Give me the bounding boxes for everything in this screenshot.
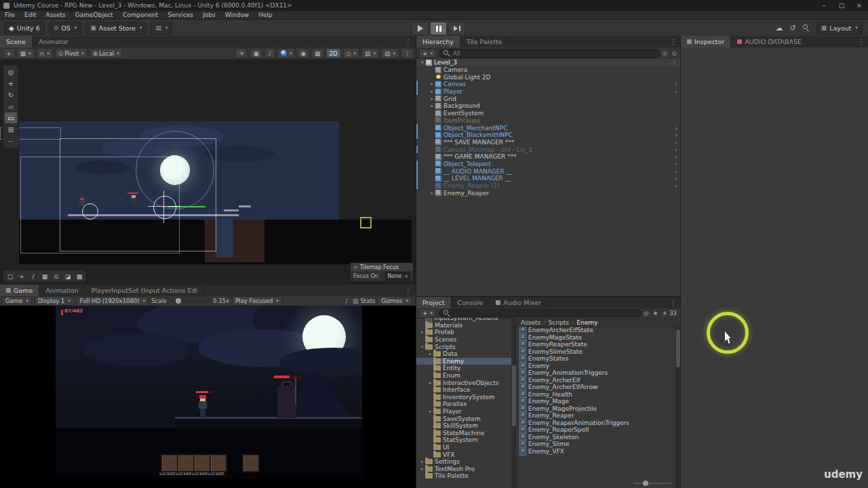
rect-tool[interactable]: ▭ <box>5 113 17 123</box>
game-viewport[interactable]: 87/402 LOCKED.LOCKED.LOCKED.LOCKED. <box>0 306 416 488</box>
expander-icon[interactable]: ▸ <box>429 103 435 108</box>
file-item-enemy-vfx[interactable]: #Enemy_VFX <box>517 448 675 455</box>
gizmo-style-dropdown[interactable]: ◇▾ <box>343 48 359 58</box>
menu-window[interactable]: Window <box>220 11 254 19</box>
account-dropdown[interactable]: ⊘ OS ▾ <box>49 22 82 35</box>
hidden-packages-icon[interactable]: ∗ <box>660 310 670 317</box>
hierarchy-item-save-manager[interactable]: *** SAVE MANAGER ***› <box>416 139 681 146</box>
hierarchy-item-object-blacksmithnpc[interactable]: Object_BlacksmithNPC› <box>416 131 681 139</box>
project-tab-audio-mixer[interactable]: Audio Mixer <box>490 297 548 308</box>
lighting-toggle-icon[interactable]: ☀ <box>235 48 248 58</box>
folder-item-inputsystem-actions[interactable]: #InputSystem_Actions <box>416 318 511 322</box>
file-item-enemyslimestate[interactable]: #EnemySlimeState <box>517 348 675 356</box>
orientation-dropdown[interactable]: ⊕Local▾ <box>90 48 123 58</box>
pause-button[interactable] <box>430 22 447 35</box>
hierarchy-item-audio-manager[interactable]: __ AUDIO MANAGER __› <box>416 167 681 175</box>
hierarchy-item-canvas[interactable]: ▸Canvas› <box>416 81 681 88</box>
expander-icon[interactable]: ▸ <box>419 329 425 335</box>
mode-2d-toggle[interactable]: 2D <box>326 48 341 58</box>
hierarchy-item-enemy-reaper-1[interactable]: Enemy_Reaper (1)› <box>416 182 681 190</box>
file-item-enemy-reaper[interactable]: #Enemy_Reaper <box>517 412 675 420</box>
vsync-icon[interactable]: ▥ <box>351 298 361 304</box>
hierarchy-item-game-manager[interactable]: *** GAME MANAGER ***› <box>416 153 681 161</box>
tile-fill-tool[interactable]: ▩ <box>74 272 85 281</box>
tools-dropdown[interactable]: ▤ ▾ <box>151 22 172 35</box>
folder-item-enum[interactable]: Enum <box>416 372 511 380</box>
file-item-enemy-animationtriggers[interactable]: #Enemy_AnimationTriggers <box>517 369 675 377</box>
menu-gameobject[interactable]: GameObject <box>71 11 118 19</box>
grid-visibility-icon[interactable]: ▦ <box>311 48 324 58</box>
folder-item-prefab[interactable]: ▸Prefab <box>416 329 511 336</box>
hierarchy-item-background[interactable]: ▸Background <box>416 102 681 110</box>
tile-brush-tool[interactable]: ∕ <box>28 272 39 281</box>
file-item-enemyreaperstate[interactable]: #EnemyReaperState <box>517 341 675 348</box>
breadcrumb-item-enemy[interactable]: Enemy <box>577 319 598 326</box>
expander-icon[interactable]: ▸ <box>429 81 435 87</box>
grid-snapping-dropdown[interactable]: ▦▾ <box>17 48 35 58</box>
folder-item-settings[interactable]: ▸Settings <box>416 458 511 466</box>
game-tab-animation[interactable]: Animation <box>39 285 85 296</box>
hierarchy-item-player[interactable]: ▸Player› <box>416 88 681 96</box>
folder-item-savesystem[interactable]: SaveSystem <box>416 415 511 422</box>
unity-version-button[interactable]: ◈ Unity 6 <box>4 22 45 35</box>
folder-item-data[interactable]: ▸Data <box>416 350 511 358</box>
asset-zoom-slider[interactable] <box>633 481 671 486</box>
folder-tree-scrollbar[interactable] <box>511 318 517 488</box>
file-item-enemy-mage[interactable]: #Enemy_Mage <box>517 398 675 405</box>
hierarchy-item-grid[interactable]: ▸Grid <box>416 95 681 102</box>
hierarchy-item-global-light-2d[interactable]: Global Light 2D <box>416 73 681 81</box>
search-by-type-icon[interactable]: ◎ <box>642 310 651 317</box>
snap-toggle-dropdown[interactable]: ∩▾ <box>37 48 53 58</box>
folder-item-tile-palette[interactable]: Tile Palette <box>416 472 511 480</box>
hierarchy-item-itempickups[interactable]: ItemPickups <box>416 117 681 125</box>
file-item-enemy-reaperspell[interactable]: #Enemy_ReaperSpell <box>517 426 675 434</box>
expander-icon[interactable]: ▸ <box>429 96 435 102</box>
menu-edit[interactable]: Edit <box>20 11 41 19</box>
game-tab-playerinputset-input-actions-edi[interactable]: PlayerInputSet (Input Actions Edi <box>85 285 205 296</box>
favorites-icon[interactable]: ★ <box>651 310 660 317</box>
stats-button[interactable]: Stats <box>360 298 375 304</box>
move-gizmo-circle[interactable] <box>153 196 176 219</box>
inventory-slot[interactable] <box>177 454 195 472</box>
folder-item-scenes[interactable]: Scenes <box>416 336 511 344</box>
folder-item-entity[interactable]: Entity <box>416 365 511 372</box>
hierarchy-search-field[interactable]: All <box>439 49 660 58</box>
minimize-button[interactable]: – <box>815 0 833 11</box>
folder-item-skillsystem[interactable]: SkillSystem <box>416 422 511 430</box>
focus-on-dropdown[interactable]: None▾ <box>385 272 410 281</box>
add-gameobject-button[interactable]: +▾ <box>419 49 436 58</box>
tile-box-tool[interactable]: ▦ <box>39 272 50 281</box>
tile-select-tool[interactable]: ▢ <box>5 272 16 281</box>
tile-eraser-tool[interactable]: ◪ <box>62 272 73 281</box>
folder-item-ui[interactable]: UI <box>416 444 511 451</box>
panel-menu-icon[interactable]: ⋮ <box>401 285 416 296</box>
scene-picking-icon[interactable]: ⊙ <box>669 50 679 57</box>
folder-item-enemy[interactable]: Enemy <box>416 358 511 365</box>
scene-visibility-icon[interactable]: ◉ <box>297 48 309 58</box>
custom-tool[interactable]: ⋯ <box>5 136 17 146</box>
folder-item-scripts[interactable]: ▾Scripts <box>416 343 511 350</box>
hierarchy-item-object-teleport[interactable]: Object_Teleport› <box>416 161 681 168</box>
layout-dropdown[interactable]: ▦ Layout ▾ <box>816 22 863 35</box>
menu-file[interactable]: File <box>0 11 20 19</box>
transform-tool[interactable]: ⊞ <box>5 124 17 135</box>
inventory-slot[interactable] <box>193 454 211 472</box>
file-item-enemy-health[interactable]: #Enemy_Health <box>517 391 675 399</box>
effects-orb-icon[interactable]: ▾ <box>277 48 296 58</box>
selection-circle-gizmo[interactable] <box>82 203 98 220</box>
search-icon[interactable] <box>803 24 810 31</box>
file-item-enemy-archerelfarrow[interactable]: #Enemy_ArcherElfArrow <box>517 384 675 391</box>
gizmos-dropdown[interactable]: Gizmos▾ <box>378 296 412 306</box>
scene-visibility-icon[interactable]: ◎ <box>660 50 670 57</box>
asset-store-dropdown[interactable]: ▣ Asset Store ▾ <box>85 22 146 35</box>
file-item-enemyarcherelfstate[interactable]: #EnemyArcherElfState <box>517 327 675 334</box>
rotate-tool[interactable]: ↻ <box>5 89 17 100</box>
scene-tab-scene[interactable]: Scene <box>0 36 33 47</box>
folder-item-parallax[interactable]: Parallax <box>416 401 511 408</box>
expander-icon[interactable]: ▸ <box>427 380 433 386</box>
camera-settings-dropdown[interactable]: ▥▾ <box>381 48 399 58</box>
breadcrumb-item-assets[interactable]: Assets <box>521 319 540 326</box>
menu-assets[interactable]: Assets <box>41 11 71 19</box>
play-focused-dropdown[interactable]: Play Focused▾ <box>232 296 282 306</box>
expander-icon[interactable]: ▸ <box>427 409 433 414</box>
